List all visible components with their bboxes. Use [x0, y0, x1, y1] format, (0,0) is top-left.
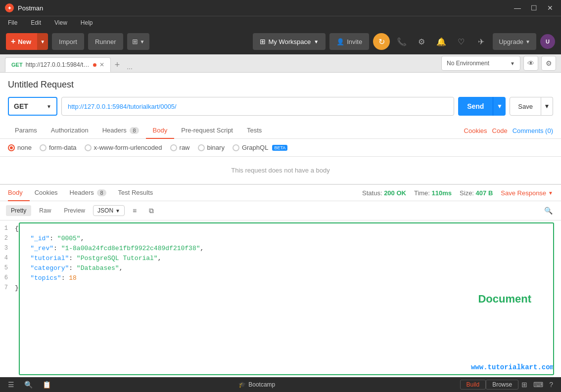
build-button[interactable]: Build [460, 380, 486, 390]
close-button[interactable]: ✕ [544, 3, 556, 13]
format-type-select[interactable]: JSON ▼ [93, 205, 125, 216]
history-icon[interactable]: 📋 [40, 380, 54, 390]
tab-more-button[interactable]: ··· [124, 64, 136, 72]
empty-body-text: This request does not have a body [231, 167, 329, 174]
line-number: 7 [0, 284, 15, 291]
invite-button[interactable]: 👤 Invite [329, 33, 369, 50]
sync-button[interactable]: ↻ [373, 33, 390, 50]
tab-authorization[interactable]: Authorization [44, 123, 95, 139]
tab-prerequest[interactable]: Pre-request Script [174, 123, 240, 139]
request-area: Untitled Request GET ▼ Send ▼ Save ▼ [0, 73, 561, 121]
save-response-button[interactable]: Save Response ▼ [501, 189, 553, 197]
resp-tab-body[interactable]: Body [8, 185, 30, 201]
new-dropdown-arrow[interactable]: ▼ [37, 33, 48, 50]
workspace-label: My Workspace [269, 38, 311, 45]
tab-close-icon[interactable]: ✕ [99, 61, 104, 68]
tab-item[interactable]: GET http://127.0.0.1:5984/tutorialk... ✕ [5, 57, 111, 72]
bootcamp-hat-icon: 🎓 [238, 381, 246, 388]
search-icon-button[interactable]: 🔍 [541, 204, 555, 217]
document-label: Document [478, 293, 531, 305]
chevron-down-icon-saveresp: ▼ [548, 190, 553, 196]
save-dropdown-arrow[interactable]: ▼ [541, 97, 553, 116]
menu-help[interactable]: Help [78, 18, 96, 27]
wrap-icon-button[interactable]: ≡ [128, 204, 141, 217]
env-settings-button[interactable]: ⚙ [541, 56, 556, 71]
none-label: none [17, 144, 32, 151]
json-line-7: 7 } [0, 284, 561, 294]
line-content: "category": "Databases", [15, 264, 561, 272]
tab-method: GET [11, 62, 23, 68]
resp-tab-testresults[interactable]: Test Results [118, 185, 160, 201]
help-icon[interactable]: ? [546, 380, 556, 390]
chevron-down-icon-format: ▼ [115, 208, 120, 214]
minimize-button[interactable]: — [511, 3, 524, 13]
tab-tests[interactable]: Tests [240, 123, 269, 139]
save-button[interactable]: Save [510, 97, 541, 116]
resp-tab-cookies[interactable]: Cookies [35, 185, 65, 201]
graphql-label: GraphQL [242, 144, 268, 151]
fork-icon: ⊞ [132, 38, 138, 45]
send-icon-button[interactable]: ✈ [473, 34, 489, 49]
browse-button[interactable]: Browse [486, 380, 518, 390]
menu-edit[interactable]: Edit [28, 18, 44, 27]
method-select[interactable]: GET ▼ [8, 97, 57, 116]
comments-link[interactable]: Comments (0) [513, 127, 553, 134]
tabs-container: GET http://127.0.0.1:5984/tutorialk... ✕… [0, 54, 436, 72]
maximize-button[interactable]: ☐ [528, 3, 540, 13]
format-pretty[interactable]: Pretty [6, 205, 31, 216]
status-value: 200 OK [384, 189, 406, 197]
headers-badge: 8 [130, 127, 139, 134]
upgrade-button[interactable]: Upgrade ▼ [493, 33, 536, 50]
tab-body[interactable]: Body [146, 123, 175, 139]
new-button[interactable]: + New [6, 33, 37, 50]
tab-add-button[interactable]: + [111, 57, 124, 72]
save-response-label: Save Response [501, 189, 546, 197]
line-content: { [15, 225, 561, 232]
settings-icon-button[interactable]: ⚙ [414, 34, 429, 49]
sidebar-toggle-icon[interactable]: ☰ [5, 380, 17, 390]
heart-icon-button[interactable]: ♡ [453, 34, 469, 49]
format-preview[interactable]: Preview [59, 205, 90, 216]
format-raw[interactable]: Raw [34, 205, 56, 216]
avatar[interactable]: U [540, 34, 555, 49]
content-panel: GET http://127.0.0.1:5984/tutorialk... ✕… [0, 54, 561, 377]
grid-icon: ⊞ [260, 38, 266, 45]
plus-icon: + [11, 37, 15, 46]
url-input[interactable] [61, 97, 454, 116]
send-dropdown-arrow[interactable]: ▼ [493, 97, 506, 116]
body-option-raw[interactable]: raw [170, 144, 190, 151]
environment-select[interactable]: No Environment ▼ [441, 56, 520, 71]
fork-button[interactable]: ⊞ ▼ [127, 33, 150, 50]
code-link[interactable]: Code [492, 127, 508, 134]
workspace-button[interactable]: ⊞ My Workspace ▼ [253, 33, 326, 50]
keyboard-icon[interactable]: ⌨ [530, 380, 546, 390]
resp-tab-headers[interactable]: Headers 8 [70, 185, 113, 201]
env-eye-button[interactable]: 👁 [523, 56, 538, 71]
import-button[interactable]: Import [52, 33, 84, 50]
line-number: 2 [0, 235, 15, 242]
json-line-3: 3 "_rev": "1-8a00a24fcd8e1fbf9922c489df2… [0, 244, 561, 254]
runner-button[interactable]: Runner [88, 33, 123, 50]
json-line-1: 1 { [0, 224, 561, 234]
body-option-graphql[interactable]: GraphQL BETA [233, 144, 287, 151]
copy-icon-button[interactable]: ⧉ [144, 204, 158, 217]
body-option-none[interactable]: none [8, 144, 32, 151]
resp-headers-badge: 8 [97, 189, 106, 196]
search-icon-bottom[interactable]: 🔍 [21, 380, 36, 390]
grid-icon-bottom[interactable]: ⊞ [518, 380, 530, 390]
bell-icon-button[interactable]: 🔔 [433, 34, 449, 49]
body-option-urlencoded[interactable]: x-www-form-urlencoded [85, 144, 162, 151]
tab-headers[interactable]: Headers 8 [95, 123, 146, 139]
body-option-formdata[interactable]: form-data [40, 144, 77, 151]
invite-label: Invite [347, 38, 362, 45]
menu-file[interactable]: File [5, 18, 20, 27]
phone-icon-button[interactable]: 📞 [394, 34, 410, 49]
tab-unsaved-dot [93, 63, 96, 67]
tab-params[interactable]: Params [8, 123, 44, 139]
menu-view[interactable]: View [51, 18, 70, 27]
cookies-link[interactable]: Cookies [464, 127, 487, 134]
body-option-binary[interactable]: binary [198, 144, 225, 151]
send-button[interactable]: Send [458, 97, 493, 116]
bootcamp-label[interactable]: Bootcamp [248, 381, 275, 388]
titlebar: ✦ Postman — ☐ ✕ [0, 0, 561, 16]
